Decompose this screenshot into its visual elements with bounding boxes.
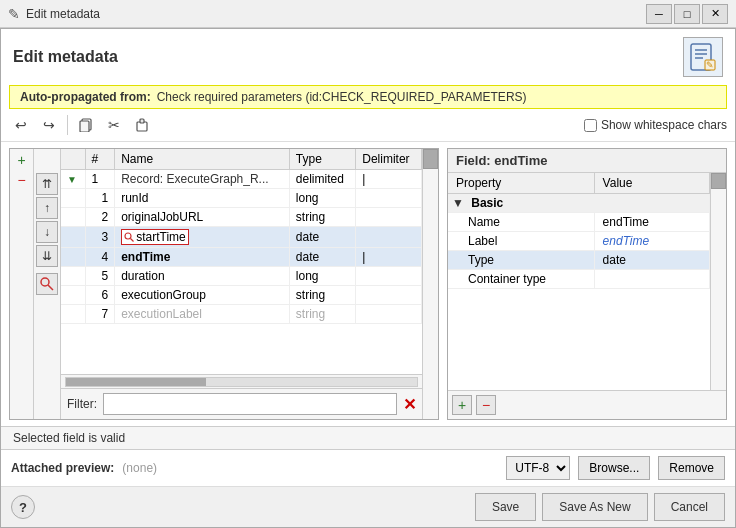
action-bar: ? Save Save As New Cancel (1, 487, 735, 527)
move-bottom-button[interactable]: ⇊ (36, 245, 58, 267)
prop-label-container-type: Container type (448, 270, 594, 289)
row-check: ▼ (61, 170, 85, 189)
move-top-button[interactable]: ⇈ (36, 173, 58, 195)
auto-propagated-value: Check required parameters (id:CHECK_REQU… (157, 90, 527, 104)
cut-button[interactable]: ✂ (102, 113, 126, 137)
row-name: originalJobURL (115, 208, 290, 227)
main-window: Edit metadata ✎ Auto-propagated from: Ch… (0, 28, 736, 528)
property-row-type[interactable]: Type date (448, 251, 710, 270)
save-button[interactable]: Save (475, 493, 536, 521)
row-num: 7 (85, 305, 115, 324)
undo-button[interactable]: ↩ (9, 113, 33, 137)
toolbar-separator-1 (67, 115, 68, 135)
col-header-name: Name (115, 149, 290, 170)
right-vertical-scrollbar[interactable] (710, 173, 726, 390)
row-name: startTime (115, 227, 290, 248)
close-button[interactable]: ✕ (702, 4, 728, 24)
copy-button[interactable] (74, 113, 98, 137)
horizontal-scrollbar[interactable] (61, 374, 422, 388)
row-num: 6 (85, 286, 115, 305)
add-property-button[interactable]: + (452, 395, 472, 415)
search-replace-button[interactable] (36, 273, 58, 295)
col-header-delimiter: Delimiter (356, 149, 422, 170)
row-check (61, 208, 85, 227)
table-row[interactable]: ▼ 1 Record: ExecuteGraph_R... delimited … (61, 170, 422, 189)
row-name: Record: ExecuteGraph_R... (115, 170, 290, 189)
maximize-button[interactable]: □ (674, 4, 700, 24)
row-num: 1 (85, 189, 115, 208)
table-row[interactable]: 7 executionLabel string (61, 305, 422, 324)
scroll-thumb (66, 378, 206, 386)
move-down-button[interactable]: ↓ (36, 221, 58, 243)
row-delim (356, 286, 422, 305)
table-row[interactable]: 6 executionGroup string (61, 286, 422, 305)
add-field-button[interactable]: + (13, 151, 31, 169)
cancel-button[interactable]: Cancel (654, 493, 725, 521)
property-row-label[interactable]: Label endTime (448, 232, 710, 251)
vertical-scrollbar[interactable] (422, 149, 438, 419)
row-num: 3 (85, 227, 115, 248)
row-check (61, 227, 85, 248)
row-type: string (289, 305, 355, 324)
auto-propagated-banner: Auto-propagated from: Check required par… (9, 85, 727, 109)
encoding-select[interactable]: UTF-8 (506, 456, 570, 480)
main-toolbar: ↩ ↪ ✂ Show whitespace chars (1, 109, 735, 142)
paste-button[interactable] (130, 113, 154, 137)
col-header-check (61, 149, 85, 170)
row-check (61, 248, 85, 267)
property-row-name[interactable]: Name endTime (448, 213, 710, 232)
filter-clear-button[interactable]: ✕ (403, 395, 416, 414)
svg-point-12 (125, 233, 131, 239)
field-table-wrapper: # Name Type Delimiter (61, 149, 422, 419)
right-panel: Field: endTime Property Value (447, 148, 727, 420)
row-check (61, 305, 85, 324)
row-num: 1 (85, 170, 115, 189)
filter-label: Filter: (67, 397, 97, 411)
filter-input[interactable] (103, 393, 397, 415)
move-up-button[interactable]: ↑ (36, 197, 58, 219)
row-check (61, 267, 85, 286)
field-table-scroll[interactable]: # Name Type Delimiter (61, 149, 422, 374)
redo-button[interactable]: ↪ (37, 113, 61, 137)
svg-line-11 (48, 285, 53, 290)
remove-property-button[interactable]: − (476, 395, 496, 415)
auto-propagated-label: Auto-propagated from: (20, 90, 151, 104)
table-row[interactable]: 1 runId long (61, 189, 422, 208)
left-panel: + − ⇈ ↑ ↓ ⇊ (9, 148, 439, 420)
field-table: # Name Type Delimiter (61, 149, 422, 324)
table-row[interactable]: 5 duration long (61, 267, 422, 286)
row-type: date (289, 227, 355, 248)
row-delim (356, 267, 422, 286)
scroll-track (65, 377, 418, 387)
window-controls: ─ □ ✕ (646, 4, 728, 24)
prop-value-container-type (594, 270, 709, 289)
remove-button[interactable]: Remove (658, 456, 725, 480)
title-bar: ✎ Edit metadata ─ □ ✕ (0, 0, 736, 28)
svg-rect-7 (80, 121, 89, 132)
row-name: executionGroup (115, 286, 290, 305)
svg-point-10 (41, 278, 49, 286)
row-num: 4 (85, 248, 115, 267)
chevron-icon: ▼ (452, 196, 464, 210)
row-type: long (289, 267, 355, 286)
attached-value: (none) (122, 461, 498, 475)
status-text: Selected field is valid (13, 431, 125, 445)
window-title: Edit metadata (26, 7, 640, 21)
browse-button[interactable]: Browse... (578, 456, 650, 480)
prop-label-name: Name (448, 213, 594, 232)
row-delim (356, 227, 422, 248)
window-icon: ✎ (8, 6, 20, 22)
show-whitespace-label[interactable]: Show whitespace chars (584, 118, 727, 132)
remove-field-button[interactable]: − (13, 171, 31, 189)
section-header-basic[interactable]: ▼ Basic (448, 194, 710, 213)
table-row[interactable]: 3 startTime (61, 227, 422, 248)
help-button[interactable]: ? (11, 495, 35, 519)
property-row-container-type[interactable]: Container type (448, 270, 710, 289)
save-as-new-button[interactable]: Save As New (542, 493, 647, 521)
col-header-num: # (85, 149, 115, 170)
table-row[interactable]: 4 endTime date | (61, 248, 422, 267)
minimize-button[interactable]: ─ (646, 4, 672, 24)
table-row[interactable]: 2 originalJobURL string (61, 208, 422, 227)
svg-line-13 (131, 239, 134, 242)
show-whitespace-checkbox[interactable] (584, 119, 597, 132)
